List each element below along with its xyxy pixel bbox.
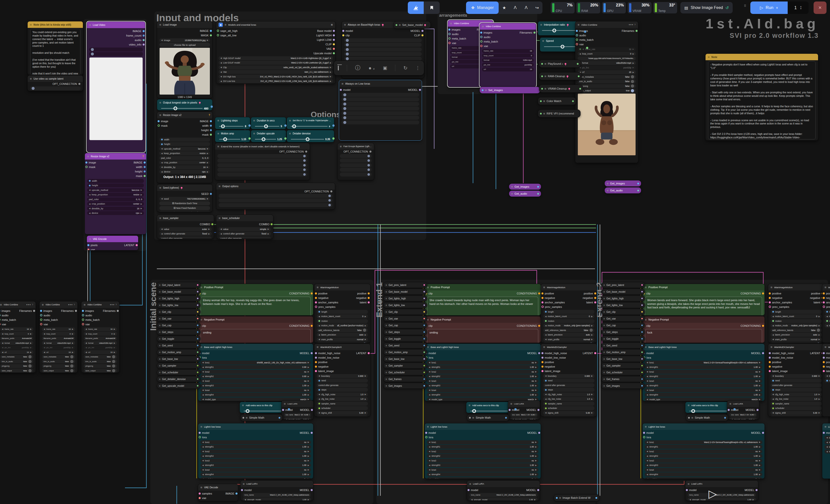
input-port-dot[interactable] bbox=[643, 436, 645, 438]
detailer-denoise-output-dot[interactable] bbox=[332, 137, 334, 140]
node-gets-e1-get_steps[interactable]: ≡Get_steps bbox=[383, 329, 427, 335]
input-port-dot[interactable] bbox=[158, 120, 160, 122]
high-loras-init-strength1-1[interactable]: ◀strength10.90▶ bbox=[200, 365, 311, 369]
output-port-dot[interactable] bbox=[537, 489, 539, 491]
node-gets-e2-get_lightx_high[interactable]: ≡Get_lightx_high bbox=[601, 296, 645, 301]
extend-scene-toggle-row-5[interactable] bbox=[217, 172, 308, 176]
vc-1-trim_to_audio-7[interactable]: trim_to_audiofalse bbox=[0, 359, 33, 363]
wim-e2-output-negative[interactable]: negative bbox=[810, 296, 824, 300]
high-loras-e2-lora3-4[interactable]: ◀lora3no▶ bbox=[645, 379, 762, 383]
node-wms-e1[interactable]: ≡WanMoEKSamplermodel_high_noisemodel_low… bbox=[541, 343, 597, 417]
models-output-Base model[interactable]: Base model bbox=[313, 29, 335, 33]
wms-init-control after generate-2[interactable]: control after generate bbox=[317, 383, 368, 387]
resize-main-output-mask[interactable]: mask bbox=[200, 133, 212, 136]
wms-e2-boundary-0[interactable]: ◀boundary0.900▶ bbox=[770, 374, 822, 378]
wms-e2-input-positive[interactable]: positive bbox=[769, 360, 794, 364]
menu-icon[interactable]: ≡ bbox=[511, 185, 513, 189]
neg-init-output-CONDITIONING[interactable]: CONDITIONING bbox=[289, 324, 313, 328]
node-gets-e2-get_toggle[interactable]: ≡Get_toggle bbox=[601, 336, 645, 342]
wms-e2-control after generate-2[interactable]: control after generate bbox=[770, 383, 822, 387]
menu-icon[interactable]: ≡ bbox=[253, 132, 255, 135]
node-get-audio-a[interactable]: ≡Get_audio bbox=[509, 191, 541, 197]
output-port-dot[interactable] bbox=[333, 34, 335, 36]
node-simple-math-init[interactable]: ≡Simple Math bbox=[240, 414, 283, 421]
fast-bypass-toggle-row-5[interactable] bbox=[340, 172, 372, 176]
wim-init-length-0[interactable]: length bbox=[317, 310, 368, 314]
batch-count-stepper[interactable]: 1 ▲▼ bbox=[788, 1, 808, 14]
arr-vc-b-loop_count-1[interactable]: loop_count0 bbox=[482, 54, 534, 58]
output-port-dot[interactable] bbox=[423, 304, 425, 306]
input-port-dot[interactable] bbox=[85, 162, 87, 164]
output-port-dot[interactable] bbox=[538, 352, 540, 354]
node-rife-vfi[interactable]: ≡RIFE VFI (recommend bbox=[538, 109, 580, 117]
high-loras-init-strength4-7[interactable]: ◀strength41.00▶ bbox=[200, 393, 311, 397]
menu-icon[interactable]: ≡ bbox=[770, 345, 772, 349]
menu-icon[interactable]: ≡ bbox=[603, 284, 605, 287]
comfyui-logo-button[interactable] bbox=[408, 1, 424, 14]
node-playsound[interactable]: ≡PlaySound ♪ bbox=[539, 60, 581, 68]
vc-main-crf-5[interactable]: ◀crf20▶ bbox=[578, 70, 636, 74]
extend-scene-toggle-row-3[interactable] bbox=[217, 163, 308, 167]
input-port-dot[interactable] bbox=[448, 37, 451, 40]
load-video-lora-slot-0[interactable] bbox=[89, 47, 143, 52]
input-port-dot[interactable] bbox=[199, 497, 201, 499]
lora-high-e1-input-model[interactable]: model bbox=[509, 408, 519, 412]
menu-icon[interactable]: ≡ bbox=[603, 358, 605, 360]
node-pos-e1[interactable]: ≡Positive PromptclipCONDITIONINGShe craw… bbox=[424, 284, 541, 315]
high-loras-e1-strength4-7[interactable]: ◀strength41.00▶ bbox=[427, 393, 539, 397]
menu-icon[interactable]: ≡ bbox=[603, 337, 605, 340]
output-port-dot[interactable] bbox=[636, 30, 638, 32]
node-gets-init-get_lightx_low[interactable]: ≡Get_lightx_low bbox=[157, 302, 201, 308]
resize-video-output-height[interactable]: height bbox=[134, 169, 146, 173]
menu-icon[interactable]: ≡ bbox=[200, 345, 202, 349]
output-port-dot[interactable] bbox=[117, 310, 119, 312]
lora-low-e2-strength_model-1[interactable]: ◀strength_model1.00▶ bbox=[688, 498, 756, 501]
menu-icon[interactable]: ≡ bbox=[386, 311, 387, 313]
high-loras-e2-strength3-5[interactable]: ◀strength31.00▶ bbox=[645, 383, 762, 388]
wim-e1-input-prev_samples[interactable]: prev_samples bbox=[541, 305, 565, 309]
node-pos-init[interactable]: ≡Positive PromptclipCONDITIONINGEbony wo… bbox=[198, 284, 313, 315]
menu-icon[interactable]: ≡ bbox=[159, 297, 161, 300]
low-loras-init-model_type-8[interactable]: ◀model_typewan2x▶ bbox=[200, 477, 311, 479]
resize-main-crop_position-5[interactable]: ◀crop_positioncenter▶ bbox=[159, 161, 210, 165]
node-wim-cut[interactable]: ≡WanImageMotionpositivenegativeanchor_sa… bbox=[822, 284, 830, 343]
low-loras-e2-strength3-5[interactable]: ◀strength31.00▶ bbox=[645, 463, 762, 467]
models-output-LightX LOW[interactable]: LightX LOW bbox=[313, 38, 335, 41]
pos-e2-output-CONDITIONING[interactable]: CONDITIONING bbox=[741, 292, 764, 295]
node-wim-e2[interactable]: ≡WanImageMotionpositivenegativeanchor_sa… bbox=[768, 284, 824, 343]
vae-encode-output-LATENT[interactable]: LATENT bbox=[124, 243, 138, 247]
input-port-dot[interactable] bbox=[82, 314, 84, 316]
vae-encode-header[interactable]: ≡VAE Encode bbox=[87, 236, 138, 242]
wim-init-input-negative[interactable]: negative bbox=[315, 296, 338, 300]
output-port-dot[interactable] bbox=[641, 351, 643, 353]
lora-high-init-header[interactable]: ≡Load LoRA bbox=[282, 400, 313, 407]
vc-2-format-3[interactable]: ◀formatvideo/h264-mp4▶ bbox=[42, 341, 75, 345]
vc-3-header[interactable]: ≡Video Combine●●● ? bbox=[82, 301, 119, 308]
wms-cut-input-model_high_noise[interactable]: model_high_noise bbox=[823, 351, 830, 355]
wms-e1-seed-1[interactable]: seed bbox=[543, 378, 595, 382]
arr-vc-b-crf-4[interactable]: crf19 bbox=[482, 67, 534, 71]
detailer-denoise-header[interactable]: ≡Detailer denoise bbox=[287, 130, 334, 137]
menu-icon[interactable]: ≡ bbox=[284, 402, 286, 406]
base-sampler-control after generate-2[interactable]: control after generate bbox=[159, 236, 212, 239]
fast-bypass-toggle-row-3[interactable] bbox=[340, 163, 372, 167]
lora-high-init-output-MODEL[interactable]: MODEL bbox=[300, 408, 313, 412]
high-loras-init-header[interactable]: ≡Base and LightX high loras bbox=[198, 344, 313, 350]
output-port-dot[interactable] bbox=[423, 325, 425, 326]
low-loras-e1-input-lora[interactable]: lora bbox=[425, 435, 436, 439]
wms-e1-boundary-0[interactable]: ◀boundary0.900▶ bbox=[543, 374, 595, 378]
node-lora-high-e1[interactable]: ≡Load LoRAmodelMODELlora_nameWan2.2_I2V_… bbox=[508, 400, 540, 419]
out-longest-slider-knob[interactable] bbox=[173, 106, 177, 110]
vc-2-filename_prefix-2[interactable]: filename_prefixAnimateDiff bbox=[42, 336, 75, 340]
menu-icon[interactable]: ≡ bbox=[603, 351, 605, 354]
close-button[interactable]: × bbox=[813, 1, 827, 14]
base-sampler-control after generate-1[interactable]: ◀control after generatefixed▶ bbox=[159, 232, 212, 236]
wms-e1-denoise-9[interactable]: ◀denoise0.97▶ bbox=[543, 415, 595, 417]
vc-3-format-3[interactable]: ◀formatvideo/h264-mp4▶ bbox=[84, 341, 117, 345]
output-port-dot[interactable] bbox=[197, 291, 198, 293]
wim-e2-include_padding_in_motion-7[interactable]: include_padding_in_motiontrue bbox=[770, 342, 822, 343]
fast-bypass-header[interactable]: ≡Fast Groups Bypasser (rgthree) bbox=[338, 143, 374, 149]
menu-icon[interactable]: ≡ bbox=[243, 482, 245, 486]
menu-icon[interactable]: ≡ bbox=[482, 25, 484, 28]
output-port-dot[interactable] bbox=[641, 291, 643, 293]
